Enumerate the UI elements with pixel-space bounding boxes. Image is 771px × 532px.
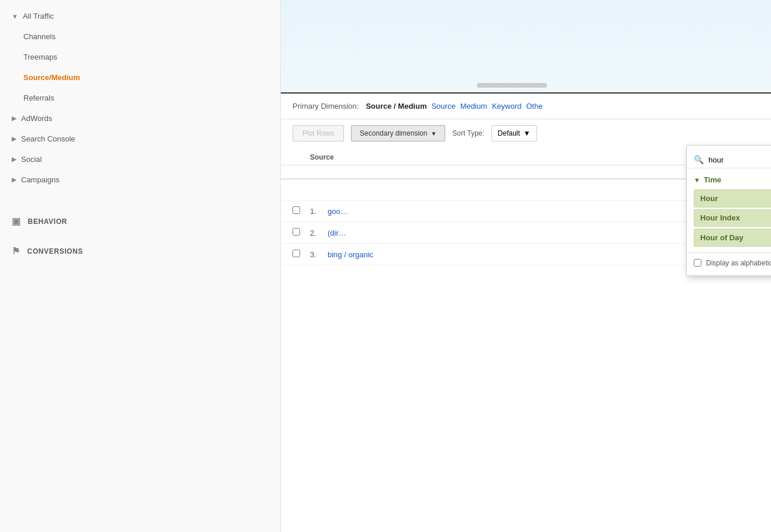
alphabetical-checkbox[interactable] <box>694 259 701 267</box>
secondary-dim-search-input[interactable] <box>708 156 771 164</box>
chevron-down-icon: ▼ <box>524 129 531 137</box>
chevron-right-icon: ▶ <box>12 176 16 184</box>
triangle-down-icon: ▼ <box>694 177 700 184</box>
row1-num: 1. <box>310 207 328 216</box>
secondary-dimension-button[interactable]: Secondary dimension ▼ <box>351 125 445 141</box>
behavior-icon: ▣ <box>12 216 21 227</box>
primary-dim-source-link[interactable]: Source <box>431 102 455 110</box>
search-icon: 🔍 <box>694 155 704 164</box>
chart-area <box>281 0 771 94</box>
primary-dimension-row: Primary Dimension: Source / Medium Sourc… <box>281 94 771 119</box>
dropdown-item-hour-index[interactable]: Hour Index ? <box>694 209 771 227</box>
row1-source[interactable]: goo… <box>328 207 642 216</box>
plot-rows-button[interactable]: Plot Rows <box>292 125 344 141</box>
sort-type-label: Sort Type: <box>452 129 484 137</box>
sidebar-item-adwords[interactable]: ▶ AdWords <box>0 108 280 129</box>
row3-num: 3. <box>310 250 328 259</box>
sidebar-item-channels[interactable]: Channels <box>0 26 280 47</box>
row3-checkbox[interactable] <box>292 250 300 257</box>
row2-checkbox[interactable] <box>292 228 300 236</box>
sidebar-section-conversions: ⚑ CONVERSIONS <box>0 237 280 261</box>
primary-dimension-label: Primary Dimension: <box>292 102 359 110</box>
secondary-dimension-dropdown[interactable]: Secondary dimension ▼ <box>351 125 445 141</box>
row1-checkbox[interactable] <box>292 206 300 214</box>
chevron-right-icon: ▶ <box>12 135 16 143</box>
source-column-header: Source <box>310 150 642 165</box>
dropdown-item-hour-of-day[interactable]: Hour of Day ? <box>694 229 771 247</box>
conversions-icon: ⚑ <box>12 246 20 257</box>
secondary-dimension-panel: 🔍 ▼ Time Hour ? Hour Index ? Hour of Day… <box>686 145 771 276</box>
row2-num: 2. <box>310 229 328 237</box>
chevron-down-icon: ▼ <box>431 130 436 137</box>
sidebar-item-all-traffic[interactable]: ▼ All Traffic <box>0 6 280 26</box>
time-group-label[interactable]: ▼ Time <box>687 173 771 188</box>
dropdown-footer: Display as alphabetical list <box>687 253 771 270</box>
primary-dimension-selected: Source / Medium <box>366 102 426 110</box>
sidebar-item-source-medium[interactable]: Source/Medium <box>0 67 280 88</box>
row2-source[interactable]: (dir… <box>328 229 642 237</box>
toolbar-row: Plot Rows Secondary dimension ▼ Sort Typ… <box>281 119 771 147</box>
row3-source[interactable]: bing / organic <box>328 250 642 259</box>
primary-dim-medium-link[interactable]: Medium <box>460 102 487 110</box>
secondary-dimension-label: Secondary dimension <box>360 129 427 137</box>
main-content: Primary Dimension: Source / Medium Sourc… <box>281 0 771 532</box>
primary-dim-keyword-link[interactable]: Keyword <box>492 102 522 110</box>
dropdown-search-area: 🔍 <box>687 151 771 168</box>
sidebar-item-referrals[interactable]: Referrals <box>0 88 280 108</box>
sort-type-dropdown[interactable]: Default ▼ <box>491 125 537 141</box>
dropdown-item-hour[interactable]: Hour ? <box>694 189 771 208</box>
sidebar-item-search-console[interactable]: ▶ Search Console <box>0 129 280 149</box>
alphabetical-label: Display as alphabetical list <box>706 259 771 267</box>
primary-dim-other-link[interactable]: Othe <box>526 102 542 110</box>
sidebar: ▼ All Traffic Channels Treemaps Source/M… <box>0 0 281 532</box>
chevron-right-icon: ▶ <box>12 115 16 122</box>
sidebar-item-campaigns[interactable]: ▶ Campaigns <box>0 170 280 190</box>
sidebar-item-treemaps[interactable]: Treemaps <box>0 47 280 67</box>
chart-scrollbar[interactable] <box>477 83 547 88</box>
chevron-down-icon: ▼ <box>12 13 18 20</box>
chevron-right-icon: ▶ <box>12 156 16 163</box>
sort-default-label: Default <box>498 129 520 137</box>
sidebar-item-social[interactable]: ▶ Social <box>0 149 280 170</box>
sidebar-section-behavior: ▣ BEHAVIOR <box>0 208 280 232</box>
